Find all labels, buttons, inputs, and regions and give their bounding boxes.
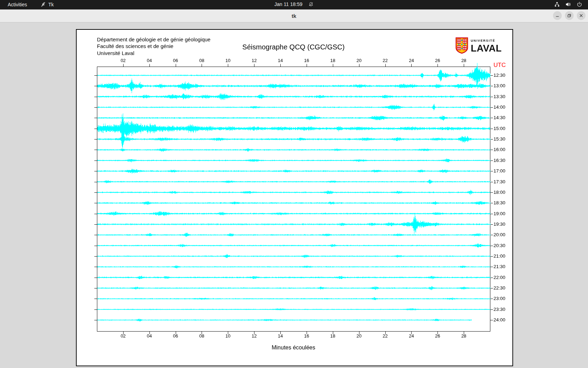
bottom-minute-tick-label: 20 [354,333,364,339]
volume-icon [565,1,571,7]
time-row-label: 24:00 [493,317,505,322]
clock-menu[interactable]: Jan 11 18:59 [274,1,314,7]
system-status-area[interactable] [554,1,582,7]
universite-laval-logo: UNIVERSITÉ LAVAL [455,37,502,55]
top-minute-tick-label: 14 [275,58,286,63]
power-icon [576,1,582,7]
top-minute-tick-label: 16 [301,58,312,63]
gnome-top-bar: Activities Tk Jan 11 18:59 [0,0,588,9]
time-row-label: 20:30 [493,243,505,248]
top-minute-tick-label: 12 [249,58,259,63]
top-minute-tick-label: 26 [432,58,443,63]
helicorder-traces [77,30,511,364]
time-row-label: 19:30 [493,222,505,227]
tk-feather-icon [41,1,46,7]
top-minute-tick-label: 28 [458,58,469,63]
top-minute-tick-label: 10 [223,58,233,63]
time-row-label: 21:00 [493,253,505,259]
time-row-label: 18:00 [493,190,505,195]
time-row-label: 13:30 [493,94,505,99]
time-row-label: 14:30 [493,115,505,120]
time-row-label: 15:00 [493,126,505,131]
bottom-minute-tick-label: 28 [458,333,469,339]
bottom-minute-tick-label: 24 [406,333,416,339]
time-row-label: 20:00 [493,232,505,237]
header-line-1: Département de géologie et de génie géol… [97,36,210,43]
window-title: tk [0,9,588,22]
clock-label: Jan 11 18:59 [274,1,302,7]
time-row-label: 18:30 [493,200,505,205]
logo-small-text: UNIVERSITÉ [471,39,502,42]
network-wired-icon [554,1,560,7]
bottom-minute-tick-label: 18 [328,333,338,339]
activities-button[interactable]: Activities [6,1,29,8]
time-row-label: 23:00 [493,296,505,301]
time-row-label: 23:30 [493,307,505,312]
seismograph-canvas: Département de géologie et de génie géol… [76,29,513,366]
focused-app-menu[interactable]: Tk [41,1,54,7]
time-row-label: 16:00 [493,147,505,152]
top-minute-tick-label: 18 [328,58,338,63]
minimize-button[interactable] [553,11,562,20]
top-minute-tick-label: 02 [118,58,128,63]
top-minute-tick-label: 24 [406,58,416,63]
time-row-label: 15:30 [493,136,505,142]
time-row-label: 22:30 [493,285,505,291]
top-minute-tick-label: 06 [170,58,181,63]
restore-button[interactable] [565,11,574,20]
bottom-minute-tick-label: 02 [118,333,128,339]
bottom-minute-tick-label: 14 [275,333,286,339]
bottom-minute-tick-label: 10 [223,333,233,339]
utc-label: UTC [493,62,506,69]
bottom-minute-tick-label: 12 [249,333,259,339]
x-axis-title: Minutes écoulées [97,345,490,351]
close-button[interactable] [577,11,586,20]
time-row-label: 14:00 [493,104,505,110]
logo-large-text: LAVAL [471,43,502,54]
time-row-label: 17:30 [493,179,505,184]
bottom-minute-tick-label: 26 [432,333,443,339]
top-minute-tick-label: 20 [354,58,364,63]
bottom-minute-tick-label: 08 [196,333,207,339]
plot-title: Séismographe QCQ (CGC/GSC) [97,43,490,51]
focused-app-label: Tk [48,2,54,7]
time-row-label: 19:00 [493,211,505,216]
bottom-minute-tick-label: 22 [380,333,391,339]
bottom-minute-tick-label: 04 [144,333,155,339]
desktop: Activities Tk Jan 11 18:59 [0,0,588,368]
time-row-label: 13:00 [493,83,505,88]
time-row-label: 17:00 [493,168,505,173]
bottom-minute-tick-label: 06 [170,333,181,339]
window-titlebar[interactable]: tk [0,9,588,22]
bottom-minute-tick-label: 16 [301,333,312,339]
time-row-label: 16:30 [493,158,505,163]
time-row-label: 21:30 [493,264,505,269]
time-row-label: 22:00 [493,275,505,280]
top-minute-tick-label: 04 [144,58,155,63]
top-minute-tick-label: 22 [380,58,391,63]
laval-shield-icon [455,37,468,55]
notifications-disabled-icon [308,2,314,7]
top-minute-tick-label: 08 [196,58,207,63]
time-row-label: 12:30 [493,73,505,78]
